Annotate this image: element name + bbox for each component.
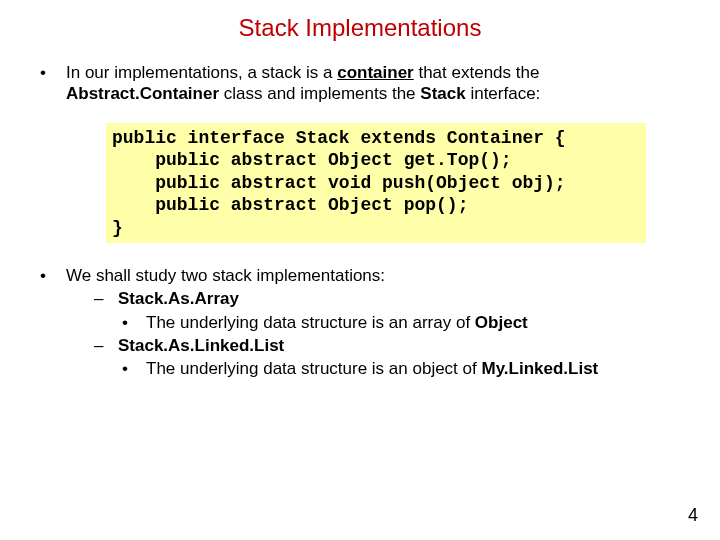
text: class and implements the [219, 84, 420, 103]
sublist: • The underlying data structure is an ob… [94, 358, 690, 379]
text: The underlying data structure is an obje… [146, 359, 481, 378]
slide-title: Stack Implementations [0, 0, 720, 62]
disc-marker: • [122, 358, 146, 379]
text: that extends the [414, 63, 540, 82]
text-bold: Stack [420, 84, 465, 103]
sublist: – Stack.As.Array • The underlying data s… [66, 288, 690, 379]
text-bold: Abstract.Container [66, 84, 219, 103]
text: The underlying data structure is an arra… [146, 313, 475, 332]
list-item: • The underlying data structure is an ob… [122, 358, 690, 379]
bullet-1-text: In our implementations, a stack is a con… [66, 62, 690, 105]
dash-marker: – [94, 288, 118, 309]
bullet-2: • We shall study two stack implementatio… [40, 265, 690, 379]
page-number: 4 [688, 505, 698, 526]
text-bold: My.Linked.List [481, 359, 598, 378]
text-bold: Object [475, 313, 528, 332]
sublist: • The underlying data structure is an ar… [94, 312, 690, 333]
impl-desc: The underlying data structure is an obje… [146, 358, 598, 379]
text-underlined: container [337, 63, 414, 82]
bullet-2-content: We shall study two stack implementations… [66, 265, 690, 379]
code-block: public interface Stack extends Container… [106, 123, 646, 244]
slide-body: • In our implementations, a stack is a c… [0, 62, 720, 379]
bullet-marker: • [40, 62, 66, 105]
impl-name: Stack.As.Array [118, 288, 239, 309]
list-item: – Stack.As.Array [94, 288, 690, 309]
bullet-2-lead: We shall study two stack implementations… [66, 265, 690, 286]
impl-name: Stack.As.Linked.List [118, 335, 284, 356]
slide: Stack Implementations • In our implement… [0, 0, 720, 540]
impl-desc: The underlying data structure is an arra… [146, 312, 528, 333]
bullet-marker: • [40, 265, 66, 379]
bullet-1: • In our implementations, a stack is a c… [40, 62, 690, 105]
list-item: • The underlying data structure is an ar… [122, 312, 690, 333]
disc-marker: • [122, 312, 146, 333]
list-item: – Stack.As.Linked.List [94, 335, 690, 356]
text: In our implementations, a stack is a [66, 63, 337, 82]
dash-marker: – [94, 335, 118, 356]
text: interface: [466, 84, 541, 103]
